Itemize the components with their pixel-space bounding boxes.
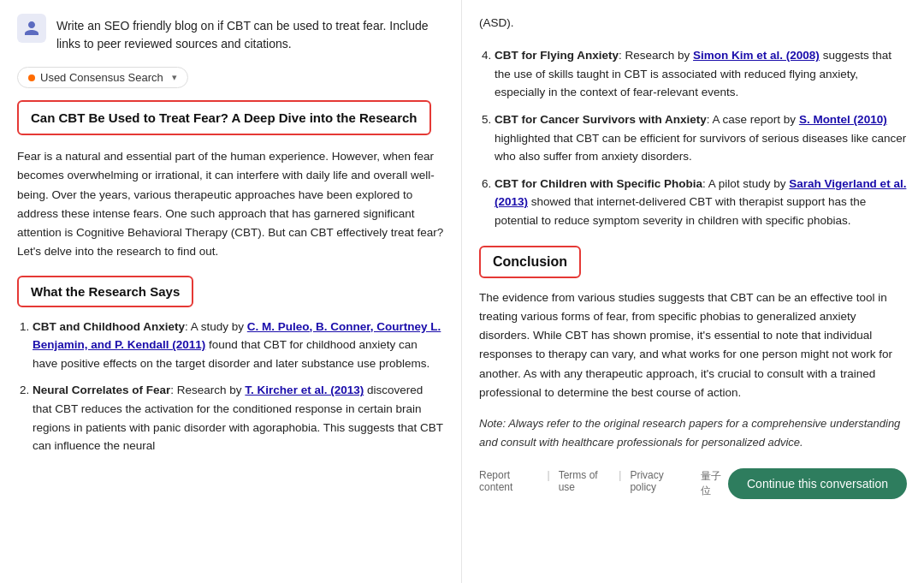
terms-link[interactable]: Terms of use <box>559 469 611 498</box>
citation-link-2[interactable]: T. Kircher et al. (2013) <box>245 384 364 396</box>
user-message-text: Write an SEO friendly blog on if CBT can… <box>56 14 444 53</box>
consensus-dot <box>28 74 35 81</box>
right-panel: (ASD). CBT for Flying Anxiety: Research … <box>462 0 924 583</box>
list-item: CBT for Children with Specific Phobia: A… <box>495 175 907 230</box>
consensus-label: Used Consensus Search <box>40 71 163 84</box>
item-title-6: CBT for Children with Specific Phobia <box>495 177 702 190</box>
item-title-2: Neural Correlates of Fear <box>33 384 170 396</box>
conclusion-heading: Conclusion <box>479 246 581 278</box>
item-body-6: showed that internet-delivered CBT with … <box>495 195 866 227</box>
user-avatar <box>17 14 46 43</box>
continue-button[interactable]: Continue this conversation <box>728 468 907 499</box>
watermark: 量子位 <box>701 469 728 498</box>
asd-text: (ASD). <box>479 14 907 33</box>
item-title: CBT and Childhood Anxiety <box>33 320 185 333</box>
citation-link-4[interactable]: Simon Kim et al. (2008) <box>693 49 820 62</box>
research-list: CBT and Childhood Anxiety: A study by C.… <box>17 318 444 455</box>
user-icon <box>23 20 40 37</box>
item-body-5: highlighted that CBT can be efficient fo… <box>495 132 906 164</box>
ai-response: Used Consensus Search ▾ Can CBT Be Used … <box>17 67 444 455</box>
list-item: CBT for Flying Anxiety: Research by Simo… <box>495 46 907 102</box>
note-text: Note: Always refer to the original resea… <box>479 414 907 451</box>
conclusion-text: The evidence from various studies sugges… <box>479 289 907 403</box>
report-content-link[interactable]: Report content <box>479 469 539 498</box>
right-research-list: CBT for Flying Anxiety: Research by Simo… <box>479 46 907 229</box>
consensus-badge[interactable]: Used Consensus Search ▾ <box>17 67 188 88</box>
list-item: Neural Correlates of Fear: Research by T… <box>33 381 444 455</box>
left-panel: Write an SEO friendly blog on if CBT can… <box>0 0 462 583</box>
privacy-link[interactable]: Privacy policy <box>630 469 685 498</box>
article-title: Can CBT Be Used to Treat Fear? A Deep Di… <box>17 100 431 135</box>
list-item: CBT for Cancer Survivors with Anxiety: A… <box>495 110 907 166</box>
footer-links: Report content | Terms of use | Privacy … <box>479 469 728 498</box>
citation-link-5[interactable]: S. Montel (2010) <box>799 113 887 126</box>
item-title-5: CBT for Cancer Survivors with Anxiety <box>495 113 707 126</box>
user-message-row: Write an SEO friendly blog on if CBT can… <box>17 14 444 53</box>
footer-row: Report content | Terms of use | Privacy … <box>479 468 907 499</box>
list-item: CBT and Childhood Anxiety: A study by C.… <box>33 318 444 373</box>
research-heading: What the Research Says <box>17 276 193 307</box>
intro-paragraph: Fear is a natural and essential part of … <box>17 147 444 262</box>
item-title-4: CBT for Flying Anxiety <box>495 49 619 62</box>
chevron-down-icon: ▾ <box>172 72 177 83</box>
